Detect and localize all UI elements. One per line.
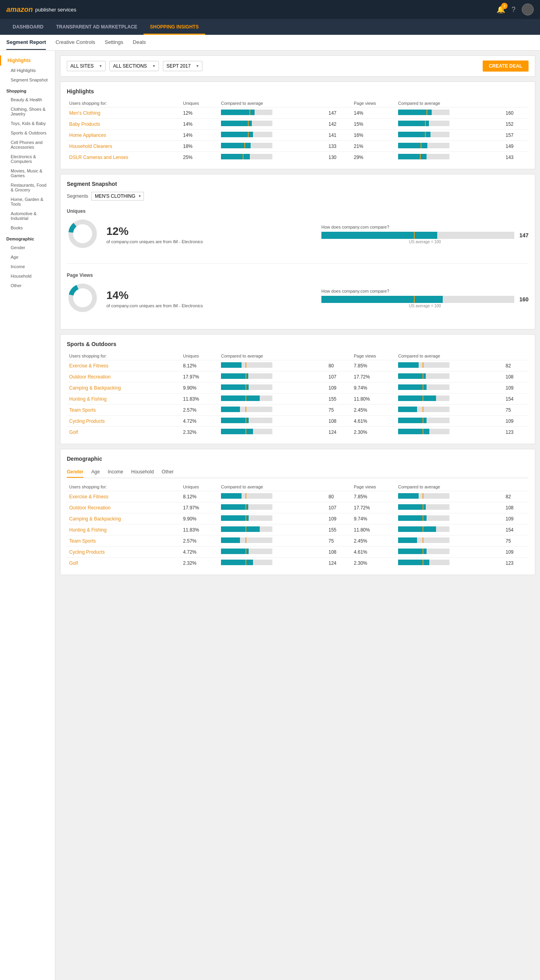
row-val1: 155 (326, 524, 351, 535)
row-uniques: 2.32% (181, 558, 219, 569)
col-val2 (503, 99, 529, 108)
highlights-table: Users shopping for: Uniques Compared to … (67, 99, 529, 163)
row-label[interactable]: Hunting & Fishing (67, 394, 181, 405)
demo-tab-age[interactable]: Age (91, 467, 100, 478)
sidebar-section-shopping: Shopping (0, 85, 55, 95)
row-val2: 109 (503, 382, 529, 394)
sidebar-item-restaurants[interactable]: Restaurants, Food & Grocery (0, 180, 55, 195)
sections-select-wrapper: ALL SECTIONS (110, 61, 159, 71)
sections-select[interactable]: ALL SECTIONS (110, 61, 159, 71)
sub-nav-creative-controls[interactable]: Creative Controls (55, 35, 95, 50)
col-val1 (326, 99, 351, 108)
row-label[interactable]: Team Sports (67, 535, 181, 547)
demo-tab-household[interactable]: Household (131, 467, 154, 478)
row-label[interactable]: Hunting & Fishing (67, 524, 181, 535)
period-select[interactable]: SEPT 2017 (163, 61, 202, 71)
segment-snapshot-card: Segment Snapshot Segments MEN'S CLOTHING… (60, 174, 535, 329)
sub-nav-deals[interactable]: Deals (133, 35, 146, 50)
pv-compare-bar: 160 (321, 296, 529, 303)
row-bar2 (396, 405, 503, 416)
row-uniques: 17.97% (181, 371, 219, 382)
row-uniques: 4.72% (181, 547, 219, 558)
row-label[interactable]: DSLR Cameras and Lenses (67, 152, 181, 163)
demo-tab-other[interactable]: Other (162, 467, 174, 478)
sub-nav-segment-report[interactable]: Segment Report (6, 35, 46, 50)
sidebar-item-age[interactable]: Age (0, 252, 55, 262)
row-label[interactable]: Exercise & Fitness (67, 360, 181, 371)
sidebar-item-home[interactable]: Home, Garden & Tools (0, 195, 55, 209)
uniques-bar-fill (321, 232, 437, 239)
sidebar-item-automotive[interactable]: Automotive & Industrial (0, 209, 55, 223)
demo-col-cta2: Compared to average (396, 483, 503, 491)
row-label[interactable]: Outdoor Recreation (67, 371, 181, 382)
demo-tab-income[interactable]: Income (108, 467, 123, 478)
sidebar-item-clothing[interactable]: Clothing, Shoes & Jewelry (0, 104, 55, 119)
row-label[interactable]: Golf (67, 558, 181, 569)
notification-icon[interactable]: 🔔 2 (497, 5, 505, 14)
sidebar-item-segment-snapshot[interactable]: Segment Snapshot (0, 75, 55, 85)
sites-select[interactable]: ALL SITES (67, 61, 106, 71)
nav-tab-tam[interactable]: TRANSPARENT AD MARKETPLACE (50, 20, 143, 35)
sidebar-item-movies[interactable]: Movies, Music & Games (0, 166, 55, 180)
row-label[interactable]: Cycling Products (67, 416, 181, 427)
sidebar-item-electronics[interactable]: Electronics & Computers (0, 152, 55, 166)
sidebar-item-household[interactable]: Household (0, 271, 55, 281)
uniques-sub: of company.com uniques are from IM - Ele… (106, 239, 313, 244)
sports-col-val1 (326, 352, 351, 360)
row-label[interactable]: Men's Clothing (67, 108, 181, 119)
logo-ps: publisher services (35, 7, 76, 13)
sidebar-item-beauty[interactable]: Beauty & Health (0, 95, 55, 104)
avatar[interactable] (522, 4, 534, 15)
sidebar-item-books[interactable]: Books (0, 223, 55, 233)
help-icon[interactable]: ? (512, 6, 515, 14)
row-label[interactable]: Team Sports (67, 405, 181, 416)
pv-bar-container (321, 296, 514, 303)
row-val1: 141 (326, 130, 351, 141)
table-row: Men's Clothing 12% 147 14% 160 (67, 108, 529, 119)
sidebar-item-income[interactable]: Income (0, 262, 55, 271)
row-bar1 (219, 416, 326, 427)
segment-row: Segments MEN'S CLOTHING ▼ (67, 192, 529, 201)
row-label[interactable]: Outdoor Recreation (67, 502, 181, 513)
header-icons: 🔔 2 ? (497, 4, 534, 15)
row-uniques: 11.83% (181, 524, 219, 535)
row-pv: 7.85% (351, 360, 396, 371)
row-label[interactable]: Golf (67, 427, 181, 438)
segment-select[interactable]: MEN'S CLOTHING (91, 192, 144, 201)
create-deal-button[interactable]: CREATE DEAL (483, 61, 529, 72)
sidebar-item-gender[interactable]: Gender (0, 243, 55, 252)
sidebar-item-sports[interactable]: Sports & Outdoors (0, 128, 55, 138)
sub-nav-settings[interactable]: Settings (105, 35, 123, 50)
sidebar-item-other[interactable]: Other (0, 281, 55, 290)
uniques-bar-container (321, 232, 514, 239)
sidebar-item-toys[interactable]: Toys, Kids & Baby (0, 119, 55, 128)
sidebar-item-all-highlights[interactable]: All Highlights (0, 66, 55, 75)
row-label[interactable]: Baby Products (67, 119, 181, 130)
row-label[interactable]: Cycling Products (67, 547, 181, 558)
row-pv: 2.45% (351, 535, 396, 547)
row-val2: 109 (503, 547, 529, 558)
row-label[interactable]: Camping & Backpacking (67, 382, 181, 394)
nav-tab-shopping[interactable]: SHOPPING INSIGHTS (143, 20, 205, 35)
sidebar-item-highlights[interactable]: Highlights (0, 55, 55, 66)
filter-selects: ALL SITES ALL SECTIONS SEPT 2017 (67, 61, 202, 71)
row-bar1 (219, 108, 326, 119)
row-label[interactable]: Household Cleaners (67, 141, 181, 152)
nav-tab-dashboard[interactable]: DASHBOARD (6, 20, 50, 35)
row-label[interactable]: Exercise & Fitness (67, 491, 181, 502)
row-val2: 160 (503, 108, 529, 119)
row-bar1 (219, 405, 326, 416)
demo-tab-gender[interactable]: Gender (67, 467, 83, 478)
segment-snapshot-title: Segment Snapshot (67, 181, 529, 187)
row-uniques: 17.97% (181, 502, 219, 513)
row-val1: 108 (326, 416, 351, 427)
pv-sub: of company.com uniques are from IM - Ele… (106, 303, 313, 308)
col-cta2: Compared to average (396, 99, 503, 108)
row-label[interactable]: Camping & Backpacking (67, 513, 181, 524)
row-label[interactable]: Home Appliances (67, 130, 181, 141)
divider (67, 263, 529, 264)
row-bar2 (396, 360, 503, 371)
sidebar-item-cellphones[interactable]: Cell Phones and Accessories (0, 138, 55, 152)
demo-col-cta1: Compared to average (219, 483, 326, 491)
row-uniques: 18% (181, 141, 219, 152)
